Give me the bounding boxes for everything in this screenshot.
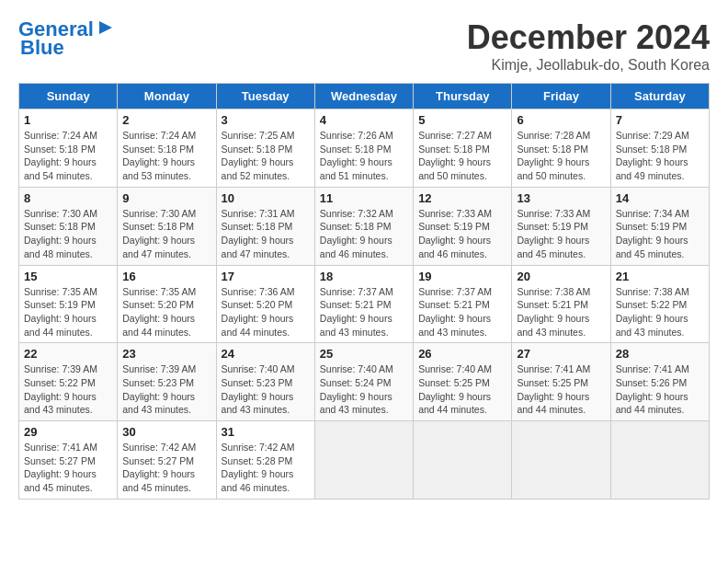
day-number: 30 (122, 425, 210, 439)
calendar-cell: 25Sunrise: 7:40 AM Sunset: 5:24 PM Dayli… (314, 343, 413, 421)
svg-marker-0 (99, 21, 112, 34)
day-info: Sunrise: 7:40 AM Sunset: 5:25 PM Dayligh… (418, 362, 506, 417)
calendar-cell: 24Sunrise: 7:40 AM Sunset: 5:23 PM Dayli… (216, 343, 314, 421)
calendar-cell: 7Sunrise: 7:29 AM Sunset: 5:18 PM Daylig… (610, 109, 709, 188)
calendar-cell: 21Sunrise: 7:38 AM Sunset: 5:22 PM Dayli… (610, 265, 709, 343)
day-number: 6 (517, 113, 605, 127)
calendar-cell: 31Sunrise: 7:42 AM Sunset: 5:28 PM Dayli… (216, 421, 314, 500)
calendar-cell: 1Sunrise: 7:24 AM Sunset: 5:18 PM Daylig… (19, 109, 118, 188)
day-info: Sunrise: 7:42 AM Sunset: 5:28 PM Dayligh… (222, 441, 310, 495)
day-info: Sunrise: 7:37 AM Sunset: 5:21 PM Dayligh… (320, 285, 408, 339)
calendar-cell: 9Sunrise: 7:30 AM Sunset: 5:18 PM Daylig… (118, 187, 216, 265)
calendar-cell: 30Sunrise: 7:42 AM Sunset: 5:27 PM Dayli… (118, 421, 216, 500)
day-info: Sunrise: 7:39 AM Sunset: 5:22 PM Dayligh… (24, 362, 112, 417)
weekday-header-saturday: Saturday (610, 84, 709, 109)
day-number: 10 (222, 191, 310, 205)
weekday-header-sunday: Sunday (19, 84, 118, 109)
calendar-cell: 26Sunrise: 7:40 AM Sunset: 5:25 PM Dayli… (414, 343, 512, 421)
day-info: Sunrise: 7:33 AM Sunset: 5:19 PM Dayligh… (517, 207, 605, 261)
day-info: Sunrise: 7:24 AM Sunset: 5:18 PM Dayligh… (24, 129, 112, 183)
day-number: 17 (222, 270, 310, 283)
day-number: 12 (418, 191, 506, 205)
day-number: 8 (24, 191, 112, 205)
calendar-cell: 22Sunrise: 7:39 AM Sunset: 5:22 PM Dayli… (19, 343, 118, 421)
day-info: Sunrise: 7:31 AM Sunset: 5:18 PM Dayligh… (222, 207, 310, 261)
day-info: Sunrise: 7:34 AM Sunset: 5:19 PM Dayligh… (616, 207, 704, 261)
day-info: Sunrise: 7:33 AM Sunset: 5:19 PM Dayligh… (418, 207, 506, 261)
day-info: Sunrise: 7:41 AM Sunset: 5:25 PM Dayligh… (517, 362, 605, 417)
calendar-cell (414, 421, 512, 500)
calendar-cell: 23Sunrise: 7:39 AM Sunset: 5:23 PM Dayli… (118, 343, 216, 421)
page-header: General Blue December 2024 Kimje, Jeolla… (18, 18, 710, 74)
calendar-cell: 5Sunrise: 7:27 AM Sunset: 5:18 PM Daylig… (414, 109, 512, 188)
day-number: 21 (616, 270, 704, 283)
day-number: 14 (616, 191, 704, 205)
title-section: December 2024 Kimje, Jeollabuk-do, South… (467, 18, 710, 74)
day-info: Sunrise: 7:38 AM Sunset: 5:21 PM Dayligh… (517, 285, 605, 339)
calendar-cell: 12Sunrise: 7:33 AM Sunset: 5:19 PM Dayli… (414, 187, 512, 265)
day-info: Sunrise: 7:30 AM Sunset: 5:18 PM Dayligh… (24, 207, 112, 261)
day-info: Sunrise: 7:29 AM Sunset: 5:18 PM Dayligh… (616, 129, 704, 183)
calendar-cell: 15Sunrise: 7:35 AM Sunset: 5:19 PM Dayli… (19, 265, 118, 343)
day-info: Sunrise: 7:40 AM Sunset: 5:23 PM Dayligh… (222, 362, 310, 417)
calendar-cell: 2Sunrise: 7:24 AM Sunset: 5:18 PM Daylig… (118, 109, 216, 188)
calendar-cell: 6Sunrise: 7:28 AM Sunset: 5:18 PM Daylig… (512, 109, 610, 188)
weekday-header-thursday: Thursday (414, 84, 512, 109)
day-info: Sunrise: 7:37 AM Sunset: 5:21 PM Dayligh… (418, 285, 506, 339)
day-info: Sunrise: 7:32 AM Sunset: 5:18 PM Dayligh… (320, 207, 408, 261)
day-number: 1 (24, 113, 112, 127)
weekday-header-wednesday: Wednesday (314, 84, 413, 109)
day-number: 3 (222, 113, 310, 127)
weekday-header-friday: Friday (512, 84, 610, 109)
calendar-cell: 14Sunrise: 7:34 AM Sunset: 5:19 PM Dayli… (610, 187, 709, 265)
day-info: Sunrise: 7:41 AM Sunset: 5:27 PM Dayligh… (24, 441, 112, 495)
day-number: 27 (517, 347, 605, 361)
weekday-header-tuesday: Tuesday (216, 84, 314, 109)
day-number: 7 (616, 113, 704, 127)
calendar-cell: 18Sunrise: 7:37 AM Sunset: 5:21 PM Dayli… (314, 265, 413, 343)
calendar-cell: 27Sunrise: 7:41 AM Sunset: 5:25 PM Dayli… (512, 343, 610, 421)
calendar-cell: 29Sunrise: 7:41 AM Sunset: 5:27 PM Dayli… (19, 421, 118, 500)
day-info: Sunrise: 7:35 AM Sunset: 5:19 PM Dayligh… (24, 285, 112, 339)
day-info: Sunrise: 7:28 AM Sunset: 5:18 PM Dayligh… (517, 129, 605, 183)
calendar-cell: 28Sunrise: 7:41 AM Sunset: 5:26 PM Dayli… (610, 343, 709, 421)
day-info: Sunrise: 7:42 AM Sunset: 5:27 PM Dayligh… (122, 441, 210, 495)
calendar-cell: 3Sunrise: 7:25 AM Sunset: 5:18 PM Daylig… (216, 109, 314, 188)
calendar-cell: 11Sunrise: 7:32 AM Sunset: 5:18 PM Dayli… (314, 187, 413, 265)
day-info: Sunrise: 7:38 AM Sunset: 5:22 PM Dayligh… (616, 285, 704, 339)
day-number: 15 (24, 270, 112, 283)
calendar-cell: 16Sunrise: 7:35 AM Sunset: 5:20 PM Dayli… (118, 265, 216, 343)
day-number: 9 (122, 191, 210, 205)
logo-blue-text: Blue (20, 36, 64, 59)
calendar-cell (512, 421, 610, 500)
day-number: 11 (320, 191, 408, 205)
day-number: 2 (122, 113, 210, 127)
day-number: 16 (122, 270, 210, 283)
day-number: 19 (418, 270, 506, 283)
day-info: Sunrise: 7:30 AM Sunset: 5:18 PM Dayligh… (122, 207, 210, 261)
month-title: December 2024 (467, 18, 710, 57)
day-number: 31 (222, 425, 310, 439)
calendar-cell: 4Sunrise: 7:26 AM Sunset: 5:18 PM Daylig… (314, 109, 413, 188)
day-info: Sunrise: 7:26 AM Sunset: 5:18 PM Dayligh… (320, 129, 408, 183)
day-number: 4 (320, 113, 408, 127)
calendar-cell (314, 421, 413, 500)
calendar-cell: 19Sunrise: 7:37 AM Sunset: 5:21 PM Dayli… (414, 265, 512, 343)
day-number: 25 (320, 347, 408, 361)
day-number: 29 (24, 425, 112, 439)
logo: General Blue (18, 18, 116, 59)
day-number: 13 (517, 191, 605, 205)
calendar-cell: 20Sunrise: 7:38 AM Sunset: 5:21 PM Dayli… (512, 265, 610, 343)
day-number: 26 (418, 347, 506, 361)
calendar-cell: 8Sunrise: 7:30 AM Sunset: 5:18 PM Daylig… (19, 187, 118, 265)
day-info: Sunrise: 7:24 AM Sunset: 5:18 PM Dayligh… (122, 129, 210, 183)
day-number: 18 (320, 270, 408, 283)
day-info: Sunrise: 7:36 AM Sunset: 5:20 PM Dayligh… (222, 285, 310, 339)
day-number: 24 (222, 347, 310, 361)
logo-arrow-icon (96, 17, 116, 38)
day-number: 23 (122, 347, 210, 361)
day-info: Sunrise: 7:35 AM Sunset: 5:20 PM Dayligh… (122, 285, 210, 339)
calendar-cell: 17Sunrise: 7:36 AM Sunset: 5:20 PM Dayli… (216, 265, 314, 343)
calendar-cell: 13Sunrise: 7:33 AM Sunset: 5:19 PM Dayli… (512, 187, 610, 265)
day-info: Sunrise: 7:40 AM Sunset: 5:24 PM Dayligh… (320, 362, 408, 417)
